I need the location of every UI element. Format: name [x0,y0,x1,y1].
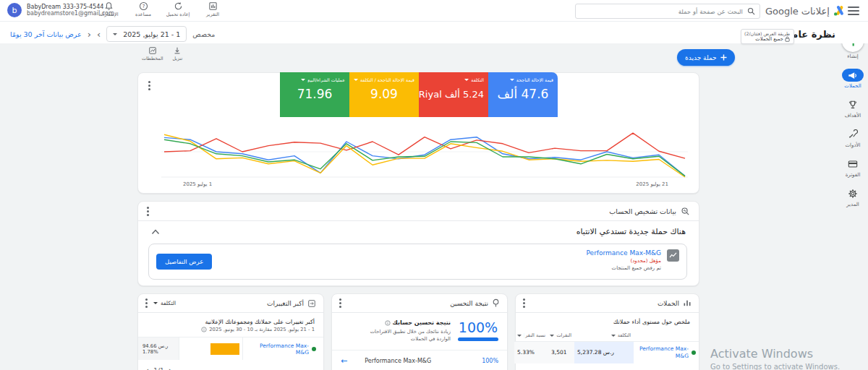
optimization-score-value: 100% [458,319,498,335]
chart-tools: المخططات تنزيل [142,46,182,61]
svg-text:?: ? [142,4,145,9]
brand-ads-word: إعلانات [801,6,830,17]
changes-menu-icon[interactable] [145,302,148,304]
lock-icon [785,36,790,42]
search-input[interactable]: البحث عن صفحة أو حملة [575,4,760,19]
last-30-days-link[interactable]: عرض بيانات آخر 30 يومًا [10,30,82,38]
change-value-pct: 1.78% [142,349,174,355]
avatar: b [7,3,22,17]
download-button[interactable]: تنزيل [173,46,183,61]
all-campaigns-label: جميع الحملات [755,36,783,42]
info-icon [201,327,207,332]
sidebar-item-campaigns[interactable]: الحملات [842,69,864,89]
campaign-row-ctr: 5.33% [514,342,548,363]
metric-conversion-value[interactable]: قيمة الإحالة الناجحة 47.6 ألف [488,72,558,117]
campaign-row-clicks: 3,501 [548,342,574,363]
optimization-menu-icon[interactable] [339,302,341,304]
chevron-down-icon [611,335,616,337]
view-details-button[interactable]: عرض التفاصيل [156,254,212,270]
menu-icon[interactable] [848,7,859,15]
charts-icon [148,46,157,55]
changes-pagination: ‹ 1/1 › [145,366,172,370]
column-campaign [634,330,699,342]
view-mode-selector[interactable]: طريقة العرض (فئتان/2) جميع الحملات [741,29,794,44]
refresh-button[interactable]: إعادة تحميل [166,1,190,17]
optimization-score-card: نتيجة التحسين 100% نتيجة تحسين حسابك زيا… [331,293,508,370]
prev-period-button[interactable]: ‹ [88,30,91,39]
performance-chart-card: قيمة الإحالة الناجحة 47.6 ألف التكلفة 5.… [137,72,699,194]
changes-metric-filter[interactable]: التكلفة [153,300,176,306]
optimization-score-label: نتيجة تحسين حسابك [393,319,451,326]
google-ads-overview-page: { "topbar": { "brand": { "ads_word": "إع… [0,0,868,370]
help-button[interactable]: ? مساعدة [131,1,156,17]
sidebar-item-tools[interactable]: الأدوات [842,128,864,148]
chevron-down-icon [517,335,522,337]
changes-icon [307,299,316,308]
pager-next-icon[interactable]: › [145,366,149,370]
changes-campaign-link[interactable]: Performance Max-M&G [242,337,323,360]
chevron-down-icon [113,33,117,35]
trophy-icon [848,100,858,110]
changes-title: أكبر التغييرات [267,300,304,307]
info-icon [385,320,391,326]
diagnostics-section-title: هناك حملة جديدة تستدعي الانتباه [576,227,686,236]
chevron-down-icon [301,79,305,81]
sidebar-item-billing[interactable]: الفوترة [842,158,864,178]
download-icon [173,46,182,55]
date-range-picker[interactable]: 1 - 21 يوليو, 2025 [106,26,187,42]
new-campaign-button[interactable]: حملة جديدة [677,49,735,66]
account-name: BabyDream 333-375-4544 [27,4,114,10]
biggest-changes-card: أكبر التغييرات التكلفة أكبر تغييرات على … [137,293,324,370]
reports-icon [208,1,218,11]
next-period-button[interactable]: › [97,30,101,39]
account-switcher[interactable]: b BabyDream 333-375-4544 babydreamstore1… [7,3,114,17]
column-clicks[interactable]: النقرات [548,330,574,342]
status-dot [692,350,696,355]
changes-row: Performance Max-M&G 94.66 ر.س 1.78% [138,337,323,360]
campaigns-summary-card: الحملات ملخص حول مستوى أداء حملاتك التكل… [515,293,699,370]
tools-icon [848,129,858,139]
brand-google-word: Google [765,6,799,17]
pager-prev-icon[interactable]: ‹ [169,366,172,370]
change-value-cost: 94.66 ر.س [142,343,174,349]
campaigns-title: الحملات [658,300,679,307]
sidebar-item-admin[interactable]: المدير [842,187,864,207]
forward-arrow-icon[interactable]: ← [341,356,347,366]
status-dot [312,347,316,351]
topbar-actions: التقرير إعادة تحميل ? مساعدة الإشعارات [96,1,225,17]
changes-compare-text: 1 - 21 يوليو, 2025 مقارنة بـ 10 - 30 يون… [209,327,315,332]
campaign-row-cost: 5,237.28 ر.س [574,342,634,363]
charts-button[interactable]: المخططات [142,46,163,61]
metric-value-per-cost[interactable]: قيمة الإحالة الناجحة / التكلفة 9.09 [349,72,419,117]
view-mode-label: طريقة العرض (فئتان/2) [745,31,790,36]
diagnostics-title: بيانات تشخيص الحساب [609,207,676,215]
google-ads-logo: إعلانات Google [765,3,846,19]
account-email: babydreamstore1@gmail.com [27,10,114,17]
column-cost[interactable]: التكلفة [574,330,634,342]
x-axis-start-label: 1 يوليو 2025 [183,181,212,187]
campaign-link[interactable]: Performance Max-M&G [586,249,661,257]
windows-activation-watermark: Activate Windows Go to Settings to activ… [710,347,840,370]
metric-purchases[interactable]: عمليات الشراء/البيع 71.96 [280,72,349,117]
diagnostics-icon [681,207,690,216]
collapse-chevron-icon[interactable] [151,229,160,235]
credit-card-icon [848,160,858,168]
optimization-icon [492,298,500,308]
sidebar-item-goals[interactable]: الأهداف [842,98,864,119]
campaign-issue-text: تم رفض جميع المنتجات [586,265,661,271]
campaigns-menu-icon[interactable] [523,302,525,304]
diagnostics-menu-icon[interactable] [147,210,149,212]
help-icon: ? [139,1,148,11]
optimization-score-bar [458,337,498,341]
chart-card-menu-icon[interactable] [148,85,150,87]
column-ctr[interactable]: نسبة النقر إلى الـ... [514,330,548,342]
gear-icon [848,189,858,199]
chevron-down-icon [550,335,554,337]
trend-chart[interactable] [161,124,688,181]
megaphone-icon [848,72,858,79]
chevron-down-icon [153,302,158,304]
reports-button[interactable]: التقرير [200,1,225,17]
side-navigation: إنشاء الحملات الأهداف الأدوات الفوترة ال… [838,30,868,207]
metric-cost[interactable]: التكلفة 5.24 ألف Riyal [419,72,488,117]
campaign-row-name[interactable]: Performance Max-M&G [634,342,699,363]
